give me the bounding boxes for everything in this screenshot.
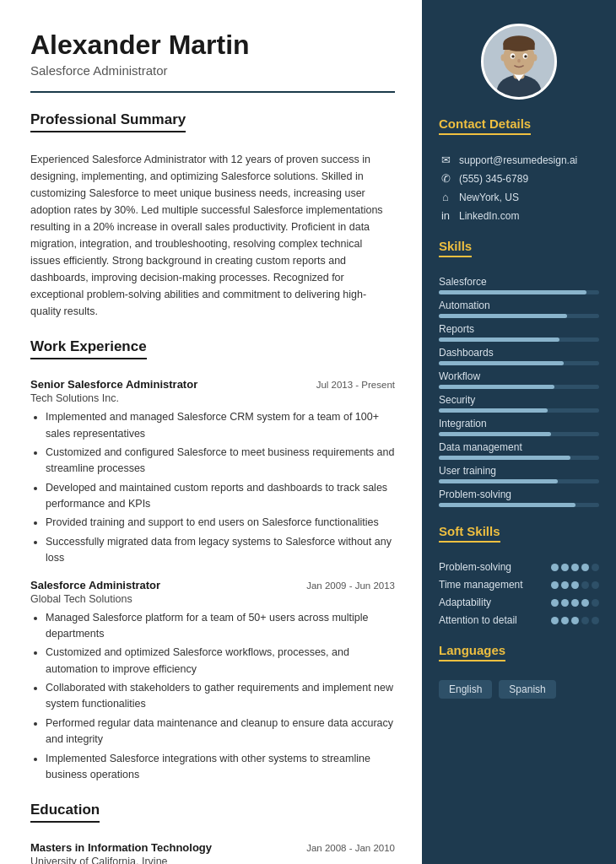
job-1: Salesforce AdministratorJan 2009 - Jun 2… xyxy=(30,579,395,784)
skill-row-8: User training xyxy=(439,465,599,483)
soft-skill-name-2: Adaptability xyxy=(439,597,551,608)
contact-icon-2: ⌂ xyxy=(439,191,452,203)
dot-0-3 xyxy=(581,564,589,571)
skill-name-7: Data management xyxy=(439,441,599,453)
job-date-1: Jan 2009 - Jun 2013 xyxy=(306,580,395,591)
skill-row-6: Integration xyxy=(439,418,599,436)
job-bullet: Implemented Salesforce integrations with… xyxy=(46,751,395,784)
edu-date-0: Jan 2008 - Jan 2010 xyxy=(306,843,395,853)
dots-container-3 xyxy=(551,617,599,624)
skill-row-4: Workflow xyxy=(439,370,599,389)
soft-skill-name-3: Attention to detail xyxy=(439,614,551,626)
summary-title: Professional Summary xyxy=(30,111,186,132)
dot-3-1 xyxy=(561,617,569,624)
job-bullet: Provided training and support to end use… xyxy=(46,515,395,531)
job-company-0: Tech Solutions Inc. xyxy=(30,392,395,404)
dot-2-1 xyxy=(561,599,569,607)
contact-text-2: NewYork, US xyxy=(459,192,519,203)
soft-skills-section: Soft Skills Problem-solvingTime manageme… xyxy=(439,524,599,626)
dot-1-4 xyxy=(592,581,599,589)
avatar xyxy=(481,24,557,100)
right-content: Contact Details ✉support@resumedesign.ai… xyxy=(422,116,616,716)
header-divider xyxy=(30,91,395,93)
soft-skill-row-2: Adaptability xyxy=(439,597,599,608)
dot-1-1 xyxy=(561,581,569,589)
job-date-0: Jul 2013 - Present xyxy=(316,380,395,390)
summary-section: Professional Summary Experienced Salesfo… xyxy=(30,111,395,320)
dots-container-2 xyxy=(551,599,599,607)
edu-entry-0: Masters in Information TechnologyJan 200… xyxy=(30,841,395,864)
job-company-1: Global Tech Solutions xyxy=(30,593,395,605)
skill-bar-fill-8 xyxy=(439,479,558,483)
skill-bar-fill-4 xyxy=(439,385,554,389)
dots-container-0 xyxy=(551,564,599,571)
skill-bar-bg-8 xyxy=(439,479,599,483)
edu-degree-0: Masters in Information Technology xyxy=(30,841,212,854)
skill-bar-bg-4 xyxy=(439,385,599,389)
edu-school-0: University of California, Irvine xyxy=(30,856,395,864)
skill-bar-bg-1 xyxy=(439,314,599,318)
languages-section: Languages EnglishSpanish xyxy=(439,643,599,699)
skill-name-5: Security xyxy=(439,394,599,406)
contact-item-0: ✉support@resumedesign.ai xyxy=(439,154,599,166)
skill-bar-fill-1 xyxy=(439,314,567,318)
skills-title: Skills xyxy=(439,239,472,257)
job-bullet: Customized and configured Salesforce to … xyxy=(46,445,395,478)
dot-3-4 xyxy=(592,617,599,624)
svg-point-9 xyxy=(511,55,514,57)
contact-text-0: support@resumedesign.ai xyxy=(459,154,577,166)
contact-text-3: LinkedIn.com xyxy=(459,210,519,222)
dot-0-0 xyxy=(551,564,559,571)
svg-point-12 xyxy=(501,54,506,61)
left-column: Alexander Martin Salesforce Administrato… xyxy=(0,0,422,864)
contact-icon-3: in xyxy=(439,209,452,222)
job-bullet: Collaborated with stakeholders to gather… xyxy=(46,680,395,713)
avatar-container xyxy=(422,0,616,116)
dot-1-2 xyxy=(571,581,579,589)
dot-0-2 xyxy=(571,564,579,571)
dot-0-4 xyxy=(592,564,599,571)
skill-name-8: User training xyxy=(439,465,599,477)
dot-3-0 xyxy=(551,617,559,624)
skill-name-6: Integration xyxy=(439,418,599,429)
svg-point-11 xyxy=(517,59,521,63)
job-0: Senior Salesforce AdministratorJul 2013 … xyxy=(30,378,395,566)
job-bullet: Developed and maintained custom reports … xyxy=(46,480,395,513)
soft-skill-row-3: Attention to detail xyxy=(439,614,599,626)
dot-1-3 xyxy=(581,581,589,589)
dot-2-0 xyxy=(551,599,559,607)
skill-bar-bg-9 xyxy=(439,503,599,507)
skill-bar-fill-9 xyxy=(439,503,575,507)
skill-bar-bg-3 xyxy=(439,361,599,365)
job-bullet: Managed Salesforce platform for a team o… xyxy=(46,610,395,643)
skill-bar-fill-2 xyxy=(439,338,559,342)
language-tag-1: Spanish xyxy=(499,680,555,699)
skill-row-7: Data management xyxy=(439,441,599,460)
dot-1-0 xyxy=(551,581,559,589)
skill-name-1: Automation xyxy=(439,300,599,311)
dot-3-2 xyxy=(571,617,579,624)
candidate-name: Alexander Martin xyxy=(30,30,395,60)
job-bullet: Implemented and managed Salesforce CRM s… xyxy=(46,409,395,442)
work-experience-section: Work Experience Senior Salesforce Admini… xyxy=(30,338,395,783)
language-tags: EnglishSpanish xyxy=(439,680,599,699)
dot-2-4 xyxy=(592,599,599,607)
skill-row-0: Salesforce xyxy=(439,276,599,294)
soft-skill-name-0: Problem-solving xyxy=(439,561,551,573)
skill-row-2: Reports xyxy=(439,323,599,342)
language-tag-0: English xyxy=(439,680,492,699)
contact-item-3: inLinkedIn.com xyxy=(439,209,599,222)
candidate-title: Salesforce Administrator xyxy=(30,63,395,78)
soft-skill-name-1: Time management xyxy=(439,579,551,591)
contact-item-2: ⌂NewYork, US xyxy=(439,191,599,203)
skill-bar-bg-7 xyxy=(439,456,599,460)
soft-skill-row-0: Problem-solving xyxy=(439,561,599,573)
skill-name-3: Dashboards xyxy=(439,347,599,359)
resume-header: Alexander Martin Salesforce Administrato… xyxy=(30,30,395,93)
skill-row-1: Automation xyxy=(439,300,599,318)
skill-row-9: Problem-solving xyxy=(439,489,599,507)
dot-2-2 xyxy=(571,599,579,607)
contact-section: Contact Details ✉support@resumedesign.ai… xyxy=(439,116,599,222)
dot-0-1 xyxy=(561,564,569,571)
skill-row-3: Dashboards xyxy=(439,347,599,365)
